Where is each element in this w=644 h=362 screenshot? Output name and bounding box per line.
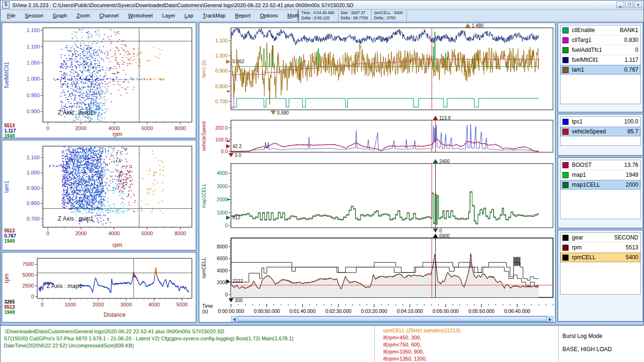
svg-text:1949: 1949 [4, 133, 15, 138]
menu-file[interactable]: File [2, 11, 20, 20]
channel-color-swatch [562, 235, 569, 241]
channel-color-swatch [562, 37, 569, 43]
svg-text:lam1 (λ): lam1 (λ) [201, 60, 206, 78]
chart-map1cell-time[interactable]: 0100020003000400024000612map1CELL [199, 159, 555, 235]
channel-row-tps1[interactable]: tps1100.0 [561, 117, 640, 127]
menu-lap[interactable]: Lap [180, 11, 198, 20]
channel-value: 0.767 [624, 66, 638, 73]
channel-panel-map: BOOST13.76map11949map1CELL2000 [557, 157, 644, 229]
chart-lam1-time[interactable]: 0.7000.8000.9001.0001.1001.4800.6800.962… [199, 23, 555, 117]
channel-value: 1.117 [625, 57, 638, 63]
svg-text:rpm: rpm [113, 131, 123, 138]
channel-value: BANK1 [620, 27, 638, 33]
svg-text:fuelMltCll1: fuelMltCll1 [3, 62, 10, 88]
svg-text:0.900: 0.900 [215, 68, 228, 74]
channel-panel-rpm: gearSECONDrpm5513rpmCELL5400 [557, 230, 644, 322]
svg-text:2000: 2000 [217, 197, 228, 202]
channel-row-boost[interactable]: BOOST13.76 [561, 160, 640, 170]
channel-row-lam1[interactable]: lam10.767 [561, 65, 640, 75]
svg-text:0:01:40.000: 0:01:40.000 [289, 308, 316, 314]
svg-text:0:03:20.000: 0:03:20.000 [361, 308, 388, 314]
channel-row-rpm[interactable]: rpm5513 [561, 243, 640, 253]
svg-text:0: 0 [41, 302, 44, 307]
log-file-info: .\DownloadedData\Customers\General logs\… [4, 328, 294, 349]
svg-text:0: 0 [225, 222, 228, 228]
channel-color-swatch [562, 27, 569, 33]
menu-zoom[interactable]: Zoom [72, 11, 94, 20]
svg-text:0.950: 0.950 [26, 92, 40, 98]
svg-text:3000: 3000 [120, 302, 132, 307]
svg-text:0:04:10.000: 0:04:10.000 [397, 308, 423, 314]
status-bar: .\DownloadedData\Customers\General logs\… [0, 325, 644, 362]
svg-text:1949: 1949 [4, 310, 15, 315]
svg-text:0:05:00.000: 0:05:00.000 [433, 308, 459, 314]
channel-row-map1cell[interactable]: map1CELL2000 [561, 180, 640, 190]
menu-graph[interactable]: Graph [48, 11, 72, 20]
panel-lam1-vs-rpm: 0.7000.8000.9001.0001.100020004000600080… [1, 140, 197, 251]
menu-trackmap[interactable]: TrackMap [198, 11, 231, 20]
panel-time-series: 0.7000.8000.9001.0001.1001.4800.6800.962… [198, 22, 556, 323]
channel-row-fueladdtfc1[interactable]: fuelAddTfc10 [561, 45, 640, 55]
svg-text:4000: 4000 [217, 170, 228, 176]
menu-channel[interactable]: Channel [95, 11, 124, 20]
svg-text:5000: 5000 [176, 302, 188, 307]
menu-worksheet[interactable]: Worksheet [124, 11, 157, 20]
menu-session[interactable]: Session [20, 11, 48, 20]
channel-row-gear[interactable]: gearSECOND [561, 233, 640, 243]
svg-text:0: 0 [225, 292, 228, 297]
panel-rpm-vs-distance: 0250050007500010002000300040005000rpmDis… [1, 252, 197, 323]
menu-report[interactable]: Report [230, 11, 255, 20]
chart-vehiclespeed-time[interactable]: 0.0100.0200.0113.90.042.2vehicleSpeed [199, 115, 555, 161]
svg-text:6000: 6000 [141, 125, 153, 131]
chart-lam1-vs-rpm[interactable]: 0.7000.8000.9001.0001.100020004000600080… [2, 140, 196, 252]
svg-text:1000: 1000 [65, 302, 76, 307]
svg-text:42.2: 42.2 [232, 144, 242, 149]
menu-options[interactable]: Options [255, 11, 282, 20]
channel-color-swatch [562, 47, 569, 53]
channel-row-map1[interactable]: map11949 [561, 170, 640, 180]
chart-rpmcell-time[interactable]: 0200040006000800069003002222rpmCELL [199, 233, 555, 305]
svg-text:5513: 5513 [4, 304, 15, 310]
svg-text:(s): (s) [202, 308, 208, 314]
channel-row-vehiclespeed[interactable]: vehicleSpeed85.7 [561, 127, 640, 137]
channel-name: lam1 [572, 66, 584, 73]
channel-row-fuelmltcll1[interactable]: fuelMltCll11.117 [561, 55, 640, 65]
svg-text:0.700: 0.700 [215, 99, 228, 104]
svg-text:Z Axis : map1: Z Axis : map1 [58, 215, 94, 222]
close-button[interactable]: ✕ [634, 1, 642, 8]
chart-rpm-vs-distance[interactable]: 0250050007500010002000300040005000rpmDis… [2, 253, 196, 324]
svg-text:3000: 3000 [217, 183, 228, 189]
time-scrollbar[interactable] [231, 316, 553, 322]
svg-text:5513: 5513 [4, 123, 15, 128]
svg-text:1.117: 1.117 [4, 128, 16, 133]
minimize-button[interactable]: ▁ [616, 1, 624, 8]
svg-text:1.150: 1.150 [26, 27, 40, 33]
svg-text:1.000: 1.000 [26, 76, 40, 82]
svg-text:2500: 2500 [23, 283, 34, 288]
math-channel-info: rpmCELL (25Hz) samples(11213) if(rpm<450… [383, 327, 553, 361]
menu-bar: FileSessionGraphZoomChannelWorksheetLaye… [0, 10, 644, 21]
channel-row-cllenable[interactable]: cllEnableBANK1 [561, 25, 640, 35]
svg-text:0:05:50.000: 0:05:50.000 [468, 308, 495, 314]
channel-value: 0 [635, 47, 638, 53]
menu-layer[interactable]: Layer [157, 11, 180, 20]
svg-text:3265: 3265 [4, 299, 15, 304]
scroll-right-icon[interactable] [547, 316, 553, 321]
window-title: SView 2.15.223 : C:\Users\Public\Documen… [12, 2, 354, 8]
restore-button[interactable]: ❐ [625, 1, 633, 8]
svg-text:4000: 4000 [217, 268, 228, 273]
log-datetime: DateTime(2020\6\22 22:52) UncompressedSi… [4, 342, 294, 349]
scrollbar-thumb[interactable] [238, 316, 547, 321]
svg-text:rpmCELL: rpmCELL [201, 257, 206, 279]
channel-row-clltarg1[interactable]: cllTarg10.830 [561, 35, 640, 45]
svg-text:0.0: 0.0 [235, 153, 241, 158]
channel-name: BOOST [572, 162, 592, 168]
svg-text:0: 0 [46, 125, 49, 131]
math-channel-header: rpmCELL (25Hz) samples(11213) [383, 327, 553, 334]
chart-fuelmltcll1-vs-rpm[interactable]: 0.9000.9501.0001.0501.1001.1500200040006… [2, 23, 196, 140]
channel-name: gear [572, 234, 583, 241]
svg-text:0:02:30.000: 0:02:30.000 [325, 308, 352, 314]
channel-row-rpmcell[interactable]: rpmCELL5400 [561, 253, 640, 263]
scroll-left-icon[interactable] [231, 316, 238, 321]
log-load: BASE, HIGH LOAD [562, 343, 612, 356]
